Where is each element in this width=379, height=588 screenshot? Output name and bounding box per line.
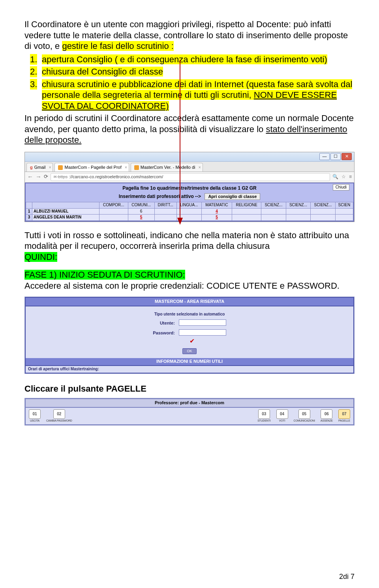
intro-highlight-1: gestire le fasi dello scrutinio : (62, 41, 173, 51)
toolbar-button-voti[interactable]: 04VOTI (276, 409, 288, 423)
screenshot-pagella: — ☐ ✕ g Gmail × MasterCom - Pagelle del … (24, 152, 355, 222)
col-header: DIRITT... (154, 202, 176, 209)
phase-item-2: 2. chiusura del Consiglio di classe (42, 66, 355, 77)
login-autotype-label: Tipo utente selezionato in automatico (151, 311, 228, 318)
grade-cell[interactable] (286, 215, 311, 221)
grade-cell[interactable] (311, 208, 336, 215)
toolbar-button-cambia-password[interactable]: 02CAMBIA PASSWORD (46, 409, 72, 423)
browser-tab-modello[interactable]: MasterCom Ver. - Modello di × (131, 163, 203, 172)
toolbar-icon: 03 (258, 409, 270, 419)
grade-cell[interactable] (176, 208, 201, 215)
grade-cell[interactable] (154, 215, 176, 221)
menu-icon[interactable]: ≡ (349, 174, 352, 180)
grade-cell[interactable] (99, 208, 128, 215)
tab-close-icon[interactable]: × (125, 165, 127, 170)
browser-tab-pagelle[interactable]: MasterCom - Pagelle del Prof × (54, 163, 129, 172)
student-name: ALBUZZI MANUEL (32, 208, 99, 215)
toolbar-label: USCITA (30, 419, 39, 423)
pass-input[interactable] (179, 329, 226, 336)
pagella-panel: Chiudi Pagella fine 1o quadrimestre/trim… (25, 183, 354, 222)
grade-cell[interactable] (232, 208, 261, 215)
tab-close-icon[interactable]: × (49, 165, 51, 170)
nav-forward-icon[interactable]: → (36, 173, 41, 181)
grade-cell[interactable] (286, 208, 311, 215)
toolbar-label: PAGELLE (338, 419, 350, 423)
toolbar-icon: 04 (276, 409, 288, 419)
col-header: SCIENZ... (286, 202, 311, 209)
phase-list: 1. apertura Consiglio ( e di conseguenza… (24, 54, 355, 112)
url-text: ://carcano-co.registroelettronico.com/ma… (69, 174, 163, 180)
tab-close-icon[interactable]: × (199, 165, 201, 170)
login-body: Tipo utente selezionato in automatico Ut… (25, 306, 354, 358)
toolbar-icon: 05 (298, 409, 310, 419)
toolbar-label: CAMBIA PASSWORD (46, 419, 72, 423)
toolbar-button-assenze[interactable]: 06ASSENZE (321, 409, 333, 423)
apri-consiglio-button[interactable]: Apri consiglio di classe (205, 193, 260, 200)
phase-text-2: chiusura del Consiglio di classe (42, 67, 163, 77)
screenshot-toolbar: Professore: prof due - Mastercom 01USCIT… (24, 398, 355, 426)
toolbar-button-studenti[interactable]: 03STUDENTI (257, 409, 270, 423)
grade-cell[interactable] (154, 208, 176, 215)
grade-cell[interactable] (335, 208, 353, 215)
zoom-icon[interactable]: 🔍 (332, 174, 338, 180)
toolbar-icon: 01 (29, 409, 41, 419)
nav-back-icon[interactable]: ← (27, 173, 33, 181)
grade-cell[interactable]: 5 (201, 215, 232, 221)
url-input[interactable]: ✕ bttps ://carcano-co.registroelettronic… (51, 173, 330, 181)
info-hours: Orari di apertura uffici Mastertraining: (25, 366, 354, 373)
col-header: SCIENZ... (261, 202, 286, 209)
prof-header: Professore: prof due - Mastercom (25, 398, 354, 408)
chiudi-button[interactable]: Chiudi (333, 184, 349, 191)
grade-cell[interactable]: 4 (201, 208, 232, 215)
window-max-button[interactable]: ☐ (330, 153, 341, 160)
window-min-button[interactable]: — (319, 153, 330, 160)
toolbar-icon: 02 (53, 409, 65, 419)
grade-cell[interactable] (232, 215, 261, 221)
addrbar-right: 🔍 ☆ ≡ (332, 174, 352, 180)
pagella-subheader: Inserimento dati professori attivo --> A… (26, 192, 353, 202)
row-index: 3 (26, 215, 32, 221)
check-icon: ✔ (190, 338, 195, 344)
pass-label: Password: (151, 329, 176, 338)
browser-tab-gmail[interactable]: g Gmail × (26, 163, 53, 172)
toolbar-label: STUDENTI (257, 419, 270, 423)
star-icon[interactable]: ☆ (341, 174, 346, 180)
grade-cell[interactable]: 6 (128, 208, 154, 215)
col-header: RELIGIONE (232, 202, 261, 209)
red-grades-text: Tutti i voti in rosso e sottolineati, in… (24, 230, 349, 251)
window-close-button[interactable]: ✕ (341, 153, 352, 160)
toolbar-icon: 07 (338, 409, 350, 419)
pagella-header: Pagella fine 1o quadrimestre/trimestre d… (26, 184, 353, 192)
grade-cell[interactable]: 5 (128, 215, 154, 221)
student-name: ANGELES DEAN MARTIN (32, 215, 99, 221)
reload-icon[interactable]: ⟳ (44, 174, 48, 180)
browser-tabbar: g Gmail × MasterCom - Pagelle del Prof ×… (25, 162, 354, 172)
toolbar-button-uscita[interactable]: 01USCITA (29, 409, 41, 423)
grade-cell[interactable] (261, 215, 286, 221)
table-row[interactable]: 1ALBUZZI MANUEL64 (26, 208, 353, 215)
toolbar-button-comunicazioni[interactable]: 05COMUNICAZIONI (294, 409, 315, 423)
grade-cell[interactable] (261, 208, 286, 215)
grade-cell[interactable] (311, 215, 336, 221)
info-header: INFORMAZIONI E NUMERI UTILI (25, 358, 354, 366)
grade-cell[interactable] (99, 215, 128, 221)
coord-paragraph: In periodo di scrutini il Coordinatore a… (24, 113, 355, 146)
fase1-text: Accedere al sistema con le proprie crede… (24, 281, 340, 291)
grade-cell[interactable] (176, 215, 201, 221)
intro-paragraph: Il Coordinatore è un utente con maggiori… (24, 19, 355, 52)
ok-button[interactable]: OK (182, 348, 196, 354)
toolbar-button-pagelle[interactable]: 07PAGELLE (338, 409, 350, 423)
sub-text: Inserimento dati professori attivo --> (119, 194, 201, 199)
table-row[interactable]: 3ANGELES DEAN MARTIN55 (26, 215, 353, 221)
grades-table: COMPOR... COMUNI... DIRITT... LINGUA... … (26, 202, 353, 221)
phase-text-1: apertura Consiglio ( e di conseguenza ch… (42, 54, 327, 64)
col-header: SCIEN (335, 202, 353, 209)
gmail-icon: g (30, 165, 33, 170)
tab-label-gmail: Gmail (34, 165, 46, 170)
click-pagelle-paragraph: Cliccare il pulsante PAGELLE (24, 383, 355, 394)
tab-label-pagelle: MasterCom - Pagelle del Prof (64, 165, 121, 170)
toolbar-icon: 06 (321, 409, 332, 419)
user-input[interactable] (179, 319, 226, 326)
url-strike: ✕ bttps (53, 174, 68, 180)
grade-cell[interactable] (335, 215, 353, 221)
